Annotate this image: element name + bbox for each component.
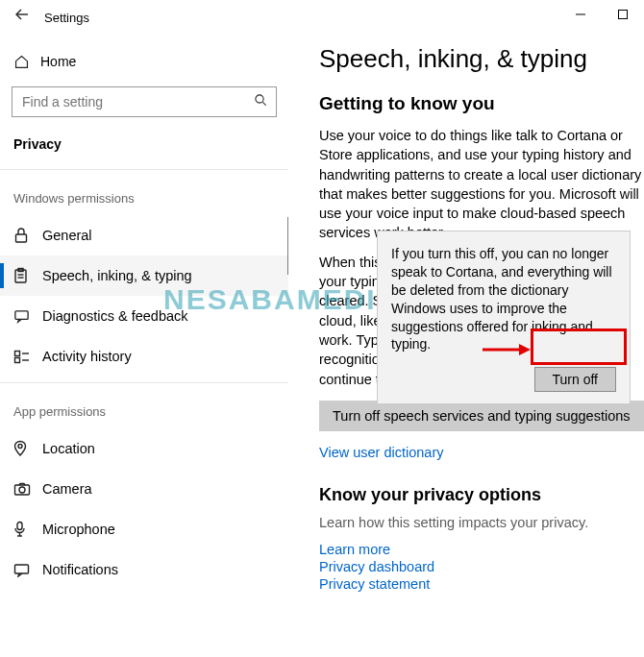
- svg-rect-11: [15, 351, 20, 355]
- nav-camera[interactable]: Camera: [0, 469, 288, 509]
- privacy-dashboard-link[interactable]: Privacy dashboard: [319, 559, 644, 574]
- divider: [0, 382, 288, 383]
- nav-home-label: Home: [40, 54, 76, 69]
- nav-item-label: Microphone: [42, 522, 115, 537]
- privacy-heading: Know your privacy options: [319, 485, 644, 505]
- nav-item-label: Notifications: [42, 562, 118, 577]
- window-controls: [559, 0, 644, 29]
- minimize-button[interactable]: [559, 0, 602, 29]
- nav-home[interactable]: Home: [0, 42, 288, 81]
- nav-item-label: Location: [42, 441, 95, 456]
- group-app-perms: App permissions: [0, 389, 288, 428]
- sidebar: Home Privacy Windows permissions General: [0, 35, 288, 657]
- nav-general[interactable]: General: [0, 215, 288, 256]
- titlebar: Settings: [0, 0, 644, 35]
- nav-microphone[interactable]: Microphone: [0, 509, 288, 549]
- arrow-left-icon: [13, 6, 31, 23]
- learn-more-link[interactable]: Learn more: [319, 542, 644, 557]
- clipboard-icon: [13, 267, 42, 284]
- nav-item-label: Diagnostics & feedback: [42, 308, 188, 324]
- svg-line-4: [262, 102, 265, 105]
- location-icon: [13, 440, 42, 457]
- nav-activity-history[interactable]: Activity history: [0, 336, 288, 377]
- microphone-icon: [13, 521, 42, 538]
- lock-icon: [13, 227, 42, 244]
- search-input[interactable]: [20, 93, 254, 110]
- timeline-icon: [13, 350, 42, 364]
- privacy-sub: Learn how this setting impacts your priv…: [319, 513, 644, 532]
- description-1: Use your voice to do things like talk to…: [319, 126, 644, 243]
- nav-item-label: Camera: [42, 481, 92, 497]
- section-heading: Getting to know you: [319, 93, 644, 114]
- nav-speech-inking-typing[interactable]: Speech, inking, & typing: [0, 256, 288, 296]
- privacy-statement-link[interactable]: Privacy statement: [319, 576, 644, 592]
- nav-item-label: Speech, inking, & typing: [42, 268, 192, 283]
- nav-diagnostics[interactable]: Diagnostics & feedback: [0, 296, 288, 336]
- divider: [0, 169, 288, 170]
- svg-rect-5: [16, 234, 27, 242]
- confirm-popover: If you turn this off, you can no longer …: [377, 231, 631, 404]
- popover-text: If you turn this off, you can no longer …: [391, 245, 616, 353]
- svg-rect-2: [619, 11, 628, 19]
- page-title: Speech, inking, & typing: [319, 44, 644, 74]
- svg-rect-21: [15, 565, 29, 573]
- back-button[interactable]: [10, 0, 35, 35]
- maximize-icon: [618, 10, 628, 19]
- search-input-wrap[interactable]: [12, 86, 277, 117]
- home-icon: [13, 54, 40, 70]
- nav-notifications[interactable]: Notifications: [0, 549, 288, 590]
- svg-point-17: [19, 487, 25, 493]
- svg-rect-10: [15, 310, 28, 319]
- svg-rect-18: [17, 523, 22, 530]
- group-windows-perms: Windows permissions: [0, 176, 288, 215]
- maximize-button[interactable]: [602, 0, 644, 29]
- camera-icon: [13, 482, 42, 496]
- turn-off-button[interactable]: Turn off: [534, 367, 616, 392]
- feedback-icon: [13, 308, 42, 325]
- view-dictionary-link[interactable]: View user dictionary: [319, 445, 644, 460]
- sidebar-section-title: Privacy: [0, 131, 288, 163]
- svg-rect-12: [15, 357, 20, 362]
- nav-item-label: Activity history: [42, 349, 132, 364]
- nav-location[interactable]: Location: [0, 428, 288, 469]
- turn-off-services-button[interactable]: Turn off speech services and typing sugg…: [319, 401, 644, 431]
- nav-item-label: General: [42, 228, 92, 243]
- notifications-icon: [13, 563, 42, 577]
- search-icon: [254, 93, 268, 110]
- svg-point-15: [18, 445, 22, 449]
- window-title: Settings: [35, 11, 89, 25]
- svg-point-3: [256, 95, 263, 103]
- minimize-icon: [576, 10, 585, 19]
